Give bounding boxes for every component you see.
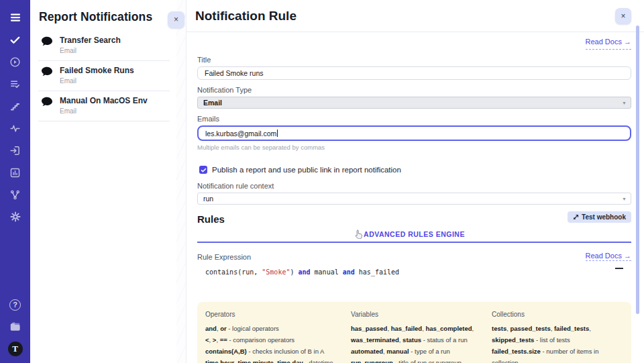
app-sidebar: ? T (0, 0, 30, 363)
notification-rule-close-button[interactable]: × (615, 8, 631, 24)
notification-type: Email (60, 77, 134, 85)
chat-bubble-icon (41, 66, 53, 77)
report-notifications-panel: Report Notifications Transfer SearchEmai… (30, 0, 176, 363)
publish-report-checkbox-row[interactable]: Publish a report and use public link in … (199, 166, 631, 174)
help-column-operators: Operatorsand, or - logical operators<, >… (205, 311, 341, 363)
publish-report-checkbox[interactable] (199, 166, 207, 174)
title-label: Title (197, 56, 631, 64)
code-segment-default: ) (290, 268, 298, 276)
notification-type-select[interactable]: Email ▼ (197, 97, 631, 109)
code-segment-keyword: and (343, 268, 355, 276)
read-docs-link-top[interactable]: Read Docs → (586, 38, 631, 50)
notification-title: Manual On MacOS Env (60, 96, 148, 105)
help-entry: run, rungroup - title of run or rungroup (351, 358, 482, 363)
code-segment-default: contains(run, (205, 268, 262, 276)
mouse-hand-cursor (354, 229, 363, 242)
emails-hint: Multiple emails can be separated by comm… (197, 144, 631, 151)
help-column-heading: Operators (205, 311, 341, 318)
notification-rule-header: Notification Rule (186, 0, 644, 32)
help-icon[interactable]: ? (7, 297, 23, 313)
help-column-heading: Collections (492, 311, 622, 318)
help-entry: contains(A,B) - checks inclusion of B in… (205, 346, 341, 358)
webhook-icon (573, 214, 579, 220)
projects-icon[interactable] (7, 319, 23, 335)
help-entry: <, >, == - comparison operators (205, 335, 341, 346)
text-caret (277, 129, 278, 137)
rule-expression-code[interactable]: contains(run, "Smoke") and manual and ha… (197, 266, 631, 276)
help-entry: automated, manual - type of a run (351, 346, 482, 358)
chevron-down-icon: ▼ (622, 197, 627, 201)
steps-icon[interactable] (7, 98, 23, 114)
help-entry: time.hour, time.minute, time.day - datet… (205, 358, 341, 363)
help-column-collections: Collectionstests, passed_tests, failed_t… (492, 311, 622, 363)
help-entry: failed_tests.size - number of items in c… (492, 346, 622, 363)
help-entry: tests, passed_tests, failed_tests, skipp… (492, 323, 622, 346)
help-entry: has_passed, has_failed, has_completed, w… (351, 323, 482, 346)
notification-type-label: Notification Type (197, 86, 631, 94)
notification-list-item[interactable]: Transfer SearchEmail (38, 31, 170, 61)
left-panel-close-button[interactable]: × (168, 11, 184, 28)
notification-title: Failed Smoke Runs (60, 66, 134, 75)
editor-collapse-handle[interactable] (615, 268, 623, 269)
code-segment-default: manual (311, 268, 343, 276)
chat-bubble-icon (41, 97, 53, 107)
sign-in-icon[interactable] (7, 142, 23, 158)
notification-list-item[interactable]: Failed Smoke RunsEmail (38, 61, 170, 91)
publish-report-checkbox-label: Publish a report and use public link in … (212, 166, 401, 174)
read-docs-link-rules[interactable]: Read Docs → (586, 252, 631, 261)
checklist-icon[interactable] (7, 76, 23, 92)
code-segment-default: has_failed (355, 268, 399, 276)
play-circle-icon[interactable] (7, 54, 23, 70)
rule-context-label: Notification rule context (197, 182, 631, 190)
expression-help-panel: Operatorsand, or - logical operators<, >… (197, 302, 631, 363)
notification-type: Email (60, 107, 148, 115)
vertical-scrollbar[interactable] (636, 25, 639, 314)
emails-input[interactable]: les.kurbas@gmail.com (197, 125, 631, 141)
settings-icon[interactable] (7, 209, 23, 225)
tab-advanced-rules-engine[interactable]: ADVANCED RULES ENGINE (364, 230, 465, 238)
rule-expression-editor[interactable]: contains(run, "Smoke") and manual and ha… (197, 266, 631, 301)
code-segment-string: "Smoke" (262, 268, 290, 276)
analytics-icon[interactable] (7, 164, 23, 180)
help-column-variables: Variableshas_passed, has_failed, has_com… (351, 311, 482, 363)
emails-label: Emails (197, 115, 631, 123)
notification-list: Transfer SearchEmailFailed Smoke RunsEma… (30, 28, 176, 121)
chat-bubble-icon (41, 36, 53, 47)
code-segment-keyword: and (299, 268, 311, 276)
menu-icon[interactable] (7, 9, 23, 25)
logo-t[interactable]: T (7, 341, 23, 357)
chevron-down-icon: ▼ (622, 101, 627, 105)
notification-rule-panel: Notification Rule Read Docs → Title Fail… (186, 0, 644, 363)
report-notifications-title: Report Notifications (30, 0, 176, 28)
help-entry: and, or - logical operators (205, 323, 341, 335)
branch-icon[interactable] (7, 187, 23, 203)
notification-title: Transfer Search (60, 36, 121, 45)
help-column-heading: Variables (351, 311, 482, 318)
rules-tab-bar: ADVANCED RULES ENGINE (197, 226, 631, 243)
page-title: Notification Rule (195, 9, 297, 23)
notification-list-item[interactable]: Manual On MacOS EnvEmail (38, 91, 170, 121)
notification-type: Email (60, 47, 121, 54)
title-input[interactable]: Failed Smoke runs (197, 66, 631, 80)
check-icon[interactable] (7, 32, 23, 48)
test-webhook-button[interactable]: Test webhook (568, 211, 631, 223)
rule-expression-label: Rule Expression (197, 253, 251, 261)
rules-heading: Rules (197, 213, 225, 225)
activity-icon[interactable] (7, 120, 23, 136)
rule-context-select[interactable]: run ▼ (197, 193, 631, 205)
